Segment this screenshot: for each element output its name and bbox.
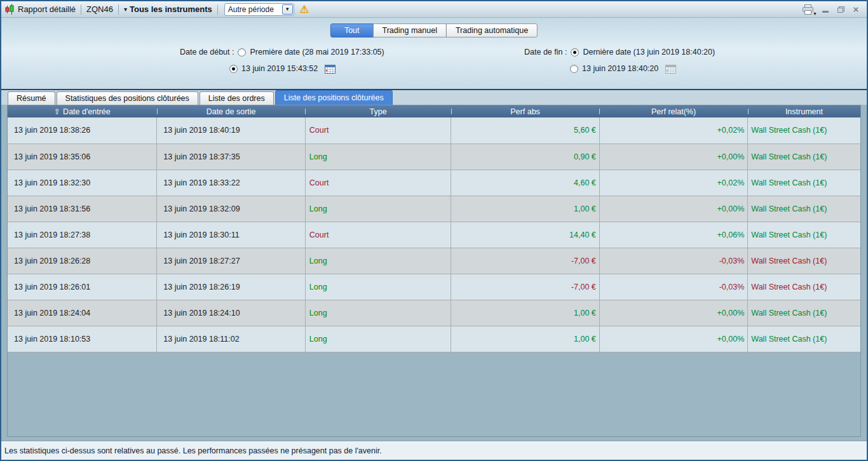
cell-exit-date: 13 juin 2019 18:27:27 (157, 248, 306, 274)
tab-liste-des-ordres[interactable]: Liste des ordres (200, 91, 274, 105)
period-select-value: Autre période (228, 5, 274, 14)
column-header-instrument[interactable]: Instrument (748, 105, 860, 117)
position-row[interactable]: 13 juin 2019 18:38:26 13 juin 2019 18:40… (8, 117, 860, 144)
table-header-row: ⇧Date d'entrée Date de sortie Type Perf … (8, 105, 860, 117)
mode-tabs: Tout Trading manuel Trading automatique (330, 23, 538, 37)
print-button[interactable]: ▼ (802, 4, 815, 15)
end-date-group: Date de fin : Dernière date (13 juin 201… (524, 47, 715, 74)
mode-tab-trading-manuel[interactable]: Trading manuel (373, 23, 447, 37)
cell-instrument: Wall Street Cash (1€) (748, 196, 860, 222)
end-last-date-option-label: Dernière date (13 juin 2019 18:40:20) (583, 48, 715, 57)
column-header-perf-abs[interactable]: Perf abs (451, 105, 600, 117)
cell-perf-rel: -0,03% (599, 274, 748, 300)
toolbar-separator (81, 4, 81, 15)
cell-entry-date: 13 juin 2019 18:32:30 (8, 170, 157, 196)
cell-type: Court (305, 222, 451, 248)
cell-type: Long (305, 274, 451, 300)
instruments-selector[interactable]: Tous les instruments (130, 4, 212, 14)
cell-type: Long (305, 248, 451, 274)
end-custom-date-radio[interactable] (570, 65, 578, 73)
cell-instrument: Wall Street Cash (1€) (748, 300, 860, 326)
position-row[interactable]: 13 juin 2019 18:24:04 13 juin 2019 18:24… (8, 300, 860, 326)
cell-perf-rel: +0,00% (599, 196, 748, 222)
cell-type: Long (305, 144, 451, 170)
filter-panel: Tout Trading manuel Trading automatique … (1, 18, 867, 90)
combo-dropdown-button[interactable]: ▼ (282, 4, 293, 15)
cell-perf-abs: 1,00 € (451, 300, 600, 326)
cell-perf-rel: +0,02% (599, 170, 748, 196)
chevron-down-icon: ▼ (813, 11, 817, 16)
positions-table-body: 13 juin 2019 18:38:26 13 juin 2019 18:40… (8, 117, 860, 352)
column-header-exit-date[interactable]: Date de sortie (157, 105, 306, 117)
calendar-icon (665, 64, 676, 74)
candlestick-chart-icon (5, 4, 15, 15)
detailed-report-window: Rapport détaillé ZQN46 ▾ Tous les instru… (0, 0, 868, 461)
cell-perf-abs: 14,40 € (451, 222, 600, 248)
report-code: ZQN46 (86, 4, 113, 14)
cell-instrument: Wall Street Cash (1€) (748, 274, 860, 300)
cell-perf-rel: +0,00% (599, 144, 748, 170)
cell-perf-abs: -7,00 € (451, 274, 600, 300)
start-custom-date-value: 13 juin 2019 15:43:52 (241, 64, 318, 73)
column-header-perf-rel[interactable]: Perf relat(%) (599, 105, 748, 117)
cell-exit-date: 13 juin 2019 18:11:02 (157, 326, 306, 352)
mode-tab-tout[interactable]: Tout (330, 23, 374, 37)
cell-type: Long (305, 300, 451, 326)
cell-perf-rel: +0,00% (599, 300, 748, 326)
cell-entry-date: 13 juin 2019 18:27:38 (8, 222, 157, 248)
position-row[interactable]: 13 juin 2019 18:26:28 13 juin 2019 18:27… (8, 248, 860, 274)
closed-positions-panel: ⇧Date d'entrée Date de sortie Type Perf … (7, 105, 861, 437)
position-row[interactable]: 13 juin 2019 18:27:38 13 juin 2019 18:30… (8, 222, 860, 248)
end-last-date-radio[interactable] (571, 48, 579, 57)
start-date-label: Date de début : (180, 48, 234, 57)
table-region: ⇧Date d'entrée Date de sortie Type Perf … (1, 105, 867, 441)
period-select[interactable]: Autre période ▼ (224, 3, 294, 16)
cell-exit-date: 13 juin 2019 18:30:11 (157, 222, 306, 248)
cell-instrument: Wall Street Cash (1€) (748, 248, 860, 274)
close-button[interactable]: × (851, 5, 860, 14)
status-bar: Les statistiques ci-dessus sont relative… (1, 441, 867, 460)
chevron-down-icon: ▾ (124, 6, 127, 13)
tab-statistiques-positions-cloturees[interactable]: Statistiques des positions clôturées (57, 91, 198, 105)
cell-type: Court (305, 170, 451, 196)
cell-perf-abs: 4,60 € (451, 170, 600, 196)
cell-instrument: Wall Street Cash (1€) (748, 170, 860, 196)
column-header-entry-date[interactable]: ⇧Date d'entrée (8, 105, 157, 117)
cell-exit-date: 13 juin 2019 18:24:10 (157, 300, 306, 326)
position-row[interactable]: 13 juin 2019 18:10:53 13 juin 2019 18:11… (8, 326, 860, 352)
cell-perf-rel: -0,03% (599, 248, 748, 274)
position-row[interactable]: 13 juin 2019 18:31:56 13 juin 2019 18:32… (8, 196, 860, 222)
end-calendar-button (665, 64, 676, 74)
start-custom-date-radio[interactable] (229, 65, 238, 73)
cell-type: Court (305, 117, 451, 144)
cell-instrument: Wall Street Cash (1€) (748, 326, 860, 352)
start-calendar-button[interactable] (325, 64, 336, 74)
toolbar-separator (118, 4, 119, 15)
cell-perf-rel: +0,06% (599, 222, 748, 248)
minimize-button[interactable] (821, 5, 830, 14)
position-row[interactable]: 13 juin 2019 18:35:06 13 juin 2019 18:37… (8, 144, 860, 170)
minimize-icon (822, 11, 829, 13)
mode-tab-trading-automatique[interactable]: Trading automatique (446, 23, 538, 37)
cell-perf-abs: 5,60 € (451, 117, 600, 144)
cell-perf-abs: 1,00 € (451, 326, 600, 352)
cell-perf-rel: +0,02% (599, 117, 748, 144)
cell-exit-date: 13 juin 2019 18:33:22 (157, 170, 306, 196)
tab-resume[interactable]: Résumé (8, 91, 55, 105)
position-row[interactable]: 13 juin 2019 18:26:01 13 juin 2019 18:26… (8, 274, 860, 300)
calendar-icon (325, 64, 336, 74)
cell-instrument: Wall Street Cash (1€) (748, 117, 860, 144)
chevron-down-icon: ▼ (285, 6, 290, 12)
restore-button[interactable] (836, 5, 845, 14)
cell-exit-date: 13 juin 2019 18:37:35 (157, 144, 306, 170)
tab-liste-des-positions-cloturees[interactable]: Liste des positions clôturées (275, 90, 393, 105)
start-first-date-radio[interactable] (238, 48, 246, 57)
cell-entry-date: 13 juin 2019 18:26:28 (8, 248, 157, 274)
cell-perf-abs: -7,00 € (451, 248, 600, 274)
position-row[interactable]: 13 juin 2019 18:32:30 13 juin 2019 18:33… (8, 170, 860, 196)
toolbar-separator (217, 4, 218, 15)
start-first-date-option-label: Première date (28 mai 2019 17:33:05) (250, 48, 384, 57)
cell-type: Long (305, 326, 451, 352)
column-header-type[interactable]: Type (305, 105, 451, 117)
cell-entry-date: 13 juin 2019 18:26:01 (8, 274, 157, 300)
